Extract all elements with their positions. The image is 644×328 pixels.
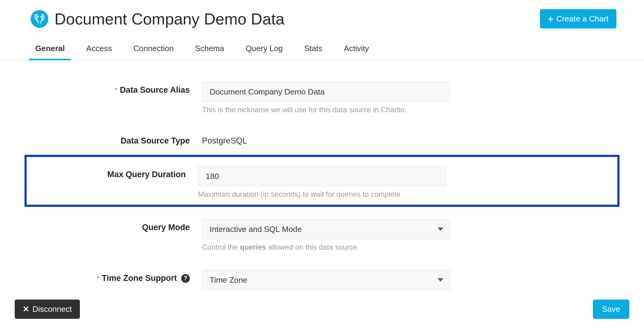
label-query-mode: Query Mode xyxy=(31,219,202,232)
label-data-source-type: Data Source Type xyxy=(31,132,202,146)
page-title: Document Company Demo Data xyxy=(54,10,284,28)
tab-stats[interactable]: Stats xyxy=(304,44,322,60)
query-mode-helper: Control the queries allowed on this data… xyxy=(202,243,450,252)
time-zone-select[interactable]: Time Zone xyxy=(202,270,450,290)
plus-icon: + xyxy=(548,14,553,24)
alias-helper-text: This is the nickname we will use for thi… xyxy=(202,106,450,114)
tab-connection[interactable]: Connection xyxy=(133,44,174,60)
create-chart-button[interactable]: + Create a Chart xyxy=(540,9,616,28)
label-time-zone-support: * Time Zone Support ? xyxy=(31,270,202,283)
page-header: Document Company Demo Data + Create a Ch… xyxy=(0,0,644,35)
tab-general[interactable]: General xyxy=(35,44,65,60)
max-query-duration-helper: Maximum duration (in seconds) to wait fo… xyxy=(198,190,446,199)
svg-point-1 xyxy=(41,17,41,17)
row-max-query-duration: Max Query Duration Maximum duration (in … xyxy=(33,166,611,199)
tab-query-log[interactable]: Query Log xyxy=(246,44,283,60)
required-marker: * xyxy=(97,275,99,282)
tab-activity[interactable]: Activity xyxy=(344,44,369,60)
required-marker: * xyxy=(115,87,118,94)
footer: ✕ Disconnect Save xyxy=(0,300,644,319)
disconnect-button[interactable]: ✕ Disconnect xyxy=(15,300,80,319)
data-source-alias-input[interactable] xyxy=(202,82,450,102)
label-text: Max Query Duration xyxy=(107,170,186,179)
label-text: Data Source Type xyxy=(121,136,190,146)
tab-access[interactable]: Access xyxy=(86,44,112,60)
help-icon[interactable]: ? xyxy=(181,274,190,283)
disconnect-label: Disconnect xyxy=(32,304,72,314)
row-data-source-alias: * Data Source Alias This is the nickname… xyxy=(31,82,613,114)
row-query-mode: Query Mode Interactive and SQL Mode Cont… xyxy=(31,219,613,252)
max-query-duration-input[interactable] xyxy=(198,166,446,186)
close-icon: ✕ xyxy=(23,304,29,314)
create-chart-label: Create a Chart xyxy=(556,14,608,24)
max-query-duration-highlight: Max Query Duration Maximum duration (in … xyxy=(24,155,620,207)
title-group: Document Company Demo Data xyxy=(31,10,284,28)
query-mode-select[interactable]: Interactive and SQL Mode xyxy=(202,219,450,239)
row-time-zone-support: * Time Zone Support ? Time Zone xyxy=(31,270,613,290)
tab-schema[interactable]: Schema xyxy=(195,44,224,60)
label-text: Time Zone Support xyxy=(102,274,177,283)
save-button[interactable]: Save xyxy=(593,300,629,319)
row-data-source-type: Data Source Type PostgreSQL xyxy=(31,132,613,146)
tabs: General Access Connection Schema Query L… xyxy=(0,35,644,60)
label-max-query-duration: Max Query Duration xyxy=(33,166,198,179)
label-data-source-alias: * Data Source Alias xyxy=(31,82,202,95)
label-text: Query Mode xyxy=(142,223,190,232)
postgresql-icon xyxy=(31,10,48,28)
label-text: Data Source Alias xyxy=(120,85,190,95)
form-area: * Data Source Alias This is the nickname… xyxy=(0,60,644,296)
svg-point-0 xyxy=(38,17,38,17)
data-source-type-value: PostgreSQL xyxy=(202,132,450,146)
